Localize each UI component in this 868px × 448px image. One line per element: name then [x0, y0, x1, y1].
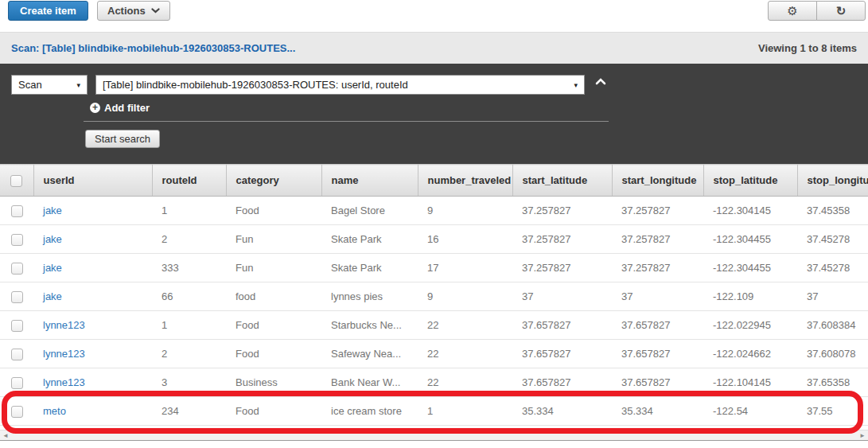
panel-divider	[84, 121, 609, 122]
col-header-routeid[interactable]: routeId	[152, 165, 226, 197]
actions-label: Actions	[107, 5, 146, 17]
cell-name: ice cream store	[321, 397, 418, 426]
cell-userid[interactable]: lynne123	[33, 340, 152, 368]
table-index-select[interactable]: [Table] blindbike-mobilehub-1926030853-R…	[95, 75, 585, 95]
cell-number-traveled: 22	[418, 368, 512, 397]
cell-stop-longitude: 37.55	[797, 397, 868, 426]
cell-category: Fun	[226, 254, 321, 282]
query-builder-panel: Scan ▾ [Table] blindbike-mobilehub-19260…	[0, 64, 868, 164]
table-row[interactable]: lynne123 1 Food Starbucks Ne... 22 37.65…	[0, 311, 868, 340]
cell-userid[interactable]: jake	[33, 225, 152, 254]
cell-stop-latitude: -122.104145	[703, 368, 797, 397]
row-checkbox[interactable]	[11, 320, 23, 332]
operation-select-value: Scan	[18, 79, 42, 91]
cell-number-traveled: 9	[418, 282, 512, 311]
cell-userid[interactable]: meto	[33, 397, 152, 426]
col-header-stop-latitude[interactable]: stop_latitude	[703, 165, 797, 197]
horizontal-scrollbar[interactable]: ◄ ►	[0, 430, 868, 441]
cell-stop-latitude: -122.304145	[703, 197, 797, 225]
cell-userid[interactable]: lynne123	[33, 311, 152, 340]
cell-number-traveled: 1	[418, 397, 512, 426]
cell-name: Safeway Nea...	[321, 340, 418, 368]
table-row[interactable]: jake 2 Fun Skate Park 16 37.257827 37.25…	[0, 225, 868, 254]
col-header-start-latitude[interactable]: start_latitude	[512, 165, 612, 197]
cell-category: food	[226, 282, 321, 311]
toolbar-right-group: ⚙ ↻	[768, 1, 866, 21]
cell-name: Bank Near W...	[321, 368, 418, 397]
cell-userid[interactable]: jake	[33, 197, 152, 225]
col-header-category[interactable]: category	[226, 165, 321, 197]
cell-name: lynnes pies	[321, 282, 418, 311]
row-checkbox[interactable]	[11, 205, 23, 217]
col-header-number-traveled[interactable]: number_traveled	[418, 165, 512, 197]
scan-results-title: Scan: [Table] blindbike-mobilehub-192603…	[11, 42, 295, 54]
cell-start-longitude: 37.657827	[612, 311, 703, 340]
row-checkbox[interactable]	[11, 263, 23, 275]
cell-start-longitude: 37.657827	[612, 340, 703, 368]
cell-routeid: 1	[152, 311, 226, 340]
table-row[interactable]: jake 333 Fun Skate Park 17 37.257827 37.…	[0, 254, 868, 282]
add-filter-button[interactable]: + Add filter	[90, 102, 150, 114]
cell-name: Bagel Store	[321, 197, 418, 225]
cell-name: Starbucks Ne...	[321, 311, 418, 340]
col-header-name[interactable]: name	[321, 165, 418, 197]
viewing-count: Viewing 1 to 8 items	[758, 42, 857, 54]
collapse-search-chevron-icon[interactable]	[595, 78, 606, 85]
col-header-stop-longitude[interactable]: stop_longitude	[797, 165, 868, 197]
operation-select[interactable]: Scan ▾	[11, 75, 88, 95]
cell-start-latitude: 37	[512, 282, 612, 311]
table-row[interactable]: jake 1 Food Bagel Store 9 37.257827 37.2…	[0, 197, 868, 225]
cell-name: Skate Park	[321, 225, 418, 254]
cell-stop-latitude: -122.304455	[703, 225, 797, 254]
table-row-highlighted[interactable]: meto 234 Food ice cream store 1 35.334 3…	[0, 397, 868, 426]
cell-stop-longitude: 37.45358	[797, 197, 868, 225]
row-checkbox[interactable]	[11, 377, 23, 389]
refresh-icon: ↻	[836, 5, 847, 17]
row-checkbox[interactable]	[11, 406, 23, 418]
table-header-row: userId routeId category name number_trav…	[0, 165, 868, 197]
items-table: userId routeId category name number_trav…	[0, 164, 868, 426]
create-item-button[interactable]: Create item	[8, 1, 88, 21]
row-checkbox[interactable]	[11, 291, 23, 303]
col-header-userid[interactable]: userId	[33, 165, 152, 197]
scan-results-bar: Scan: [Table] blindbike-mobilehub-192603…	[0, 32, 868, 64]
actions-button[interactable]: Actions	[97, 1, 170, 21]
cell-stop-longitude: 37.45278	[797, 225, 868, 254]
cell-userid[interactable]: jake	[33, 282, 152, 311]
cell-routeid: 2	[152, 340, 226, 368]
cell-userid[interactable]: jake	[33, 254, 152, 282]
row-checkbox[interactable]	[11, 234, 23, 246]
select-all-checkbox[interactable]	[10, 175, 22, 187]
scroll-right-icon[interactable]: ►	[859, 430, 866, 441]
cell-start-longitude: 37.657827	[612, 368, 703, 397]
col-header-start-longitude[interactable]: start_longitude	[612, 165, 703, 197]
scroll-left-icon[interactable]: ◄	[2, 430, 9, 441]
cell-category: Business	[226, 368, 321, 397]
table-row[interactable]: lynne123 3 Business Bank Near W... 22 37…	[0, 368, 868, 397]
cell-stop-longitude: 37	[797, 282, 868, 311]
cell-routeid: 1	[152, 197, 226, 225]
cell-start-longitude: 37.257827	[612, 197, 703, 225]
cell-category: Fun	[226, 225, 321, 254]
refresh-button[interactable]: ↻	[816, 1, 866, 21]
chevron-down-icon	[151, 8, 160, 14]
start-search-button[interactable]: Start search	[85, 130, 160, 148]
cell-category: Food	[226, 340, 321, 368]
cell-start-latitude: 37.657827	[512, 311, 612, 340]
row-checkbox[interactable]	[11, 349, 23, 360]
table-index-select-value: [Table] blindbike-mobilehub-1926030853-R…	[103, 79, 408, 91]
cell-routeid: 333	[152, 254, 226, 282]
cell-stop-longitude: 37.608078	[797, 340, 868, 368]
cell-name: Skate Park	[321, 254, 418, 282]
table-row[interactable]: jake 66 food lynnes pies 9 37 37 -122.10…	[0, 282, 868, 311]
cell-stop-latitude: -122.304455	[703, 254, 797, 282]
cell-userid[interactable]: lynne123	[33, 368, 152, 397]
plus-circle-icon: +	[90, 103, 100, 113]
add-filter-label: Add filter	[104, 102, 150, 114]
settings-button[interactable]: ⚙	[768, 1, 817, 21]
cell-category: Food	[226, 397, 321, 426]
cell-start-longitude: 37	[612, 282, 703, 311]
cell-start-latitude: 37.257827	[512, 254, 612, 282]
cell-stop-longitude: 37.45278	[797, 254, 868, 282]
table-row[interactable]: lynne123 2 Food Safeway Nea... 22 37.657…	[0, 340, 868, 368]
